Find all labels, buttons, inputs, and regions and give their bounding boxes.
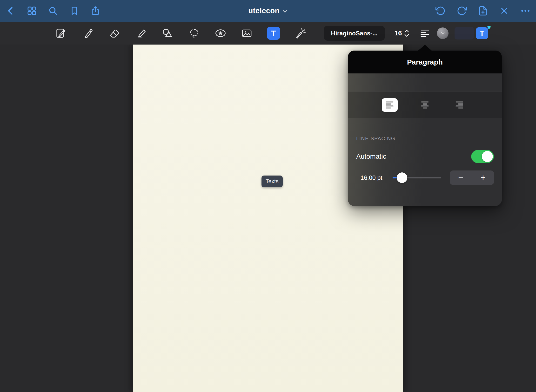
alignment-row <box>348 91 502 118</box>
line-spacing-stepper: − + <box>450 170 494 185</box>
heart-icon: ♥ <box>487 24 491 31</box>
document-title-menu[interactable]: utelecon <box>248 7 288 15</box>
decrease-button[interactable]: − <box>450 170 472 185</box>
nav-right-group <box>434 4 536 18</box>
chevron-down-icon <box>282 10 288 13</box>
sticker-star-icon <box>214 27 227 40</box>
undo-button[interactable] <box>434 4 447 18</box>
lasso-tool[interactable] <box>188 27 201 39</box>
ellipsis-icon <box>520 6 530 16</box>
page-pen-icon <box>54 27 67 39</box>
stepper-chevrons-icon <box>404 29 410 38</box>
pen-icon <box>82 27 94 39</box>
text-style-favorites-button[interactable]: T ♥ <box>476 27 488 39</box>
lasso-icon <box>188 27 201 39</box>
inactive-control[interactable] <box>455 27 474 39</box>
align-left-option[interactable] <box>382 98 398 112</box>
align-center-icon <box>420 100 429 110</box>
font-size-value: 16 <box>394 29 402 37</box>
text-object[interactable]: Texts <box>261 176 283 187</box>
redo-icon <box>457 6 467 16</box>
eraser-icon <box>108 27 121 39</box>
tools-toolbar: T HiraginoSans-... 16 T ♥ <box>0 22 536 45</box>
search-icon <box>48 6 58 16</box>
increase-button[interactable]: + <box>472 170 494 185</box>
more-button[interactable] <box>519 4 532 18</box>
text-color-button[interactable] <box>437 27 449 39</box>
share-icon <box>90 6 100 16</box>
laser-pointer-tool[interactable] <box>294 27 306 39</box>
shapes-tool[interactable] <box>161 27 174 39</box>
paragraph-popover: Paragraph LINE SPACING Automatic 16.00 p… <box>348 51 502 206</box>
edit-mode-tool[interactable] <box>54 27 67 39</box>
top-navigation-bar: utelecon <box>0 0 536 22</box>
text-style-glyph: T <box>480 29 484 37</box>
bookmark-icon <box>69 6 79 16</box>
highlighter-icon <box>135 27 148 39</box>
font-size-stepper[interactable]: 16 <box>394 29 409 38</box>
align-right-option[interactable] <box>451 98 467 112</box>
line-spacing-value: 16.00 pt <box>361 174 382 181</box>
popover-body: LINE SPACING Automatic 16.00 pt − + <box>348 73 502 206</box>
toggle-knob <box>482 151 493 162</box>
thumbnails-button[interactable] <box>25 4 39 18</box>
add-page-button[interactable] <box>476 4 490 18</box>
close-button[interactable] <box>497 4 511 18</box>
text-tool-active[interactable]: T <box>267 27 280 40</box>
back-button[interactable] <box>4 4 17 18</box>
redo-button[interactable] <box>455 4 469 18</box>
align-right-icon <box>455 100 464 110</box>
shapes-icon <box>161 27 174 39</box>
image-tool[interactable] <box>241 27 253 39</box>
automatic-toggle[interactable] <box>471 150 494 163</box>
close-icon <box>499 6 509 16</box>
paragraph-options-button[interactable] <box>420 28 430 38</box>
undo-icon <box>436 6 446 16</box>
bookmark-button[interactable] <box>67 4 81 18</box>
pen-tool[interactable] <box>82 27 94 39</box>
align-left-icon <box>385 100 394 110</box>
elements-tool[interactable] <box>214 27 227 40</box>
align-left-icon <box>420 28 430 38</box>
popover-title: Paragraph <box>348 51 502 73</box>
share-button[interactable] <box>89 4 102 18</box>
app-window: Texts utelecon <box>0 0 536 392</box>
grid-icon <box>27 6 37 16</box>
nav-left-group <box>0 4 102 18</box>
laser-pointer-icon <box>294 27 306 39</box>
slider-knob[interactable] <box>397 172 407 183</box>
align-center-option[interactable] <box>417 98 433 112</box>
chevron-down-icon <box>441 32 445 35</box>
text-tool-glyph: T <box>271 29 276 37</box>
highlighter-tool[interactable] <box>135 27 148 39</box>
font-name-button[interactable]: HiraginoSans-... <box>324 26 385 41</box>
font-name-label: HiraginoSans-... <box>331 30 378 37</box>
image-icon <box>241 27 253 39</box>
search-button[interactable] <box>46 4 60 18</box>
document-title: utelecon <box>248 7 279 15</box>
automatic-label: Automatic <box>356 153 386 160</box>
back-chevron-icon <box>5 6 16 16</box>
add-page-icon <box>478 6 488 16</box>
eraser-tool[interactable] <box>108 27 121 39</box>
line-spacing-heading: LINE SPACING <box>356 136 395 141</box>
